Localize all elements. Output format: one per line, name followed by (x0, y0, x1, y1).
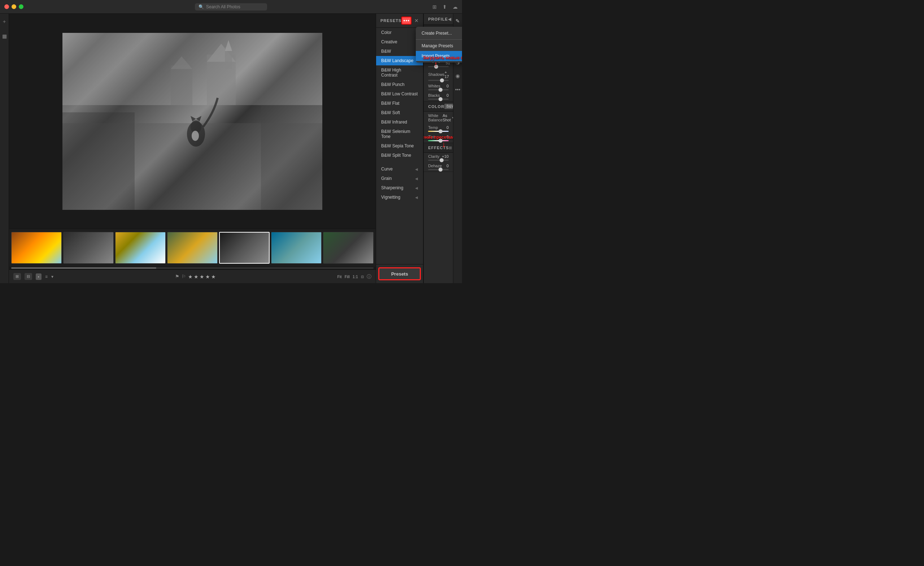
dehaze-thumb[interactable] (438, 168, 442, 172)
sort-dropdown[interactable]: ▾ (51, 274, 53, 279)
star-rating[interactable]: ★ ★ ★ ★ ★ (188, 274, 216, 280)
minimize-button[interactable] (12, 5, 16, 9)
preset-group-vignetting[interactable]: Vignetting ◀ (376, 193, 423, 202)
clarity-track[interactable] (428, 160, 448, 161)
main-photo (63, 33, 322, 210)
preset-bw-punch[interactable]: B&W Punch (376, 80, 423, 89)
star-2[interactable]: ★ (194, 274, 198, 280)
share-icon[interactable]: ⬆ (442, 4, 447, 10)
shadows-thumb[interactable] (440, 78, 444, 82)
blacks-thumb[interactable] (438, 97, 442, 101)
preset-sharpening-arrow: ◀ (415, 186, 418, 190)
title-icons-right: ⊞ ⬆ ☁ (432, 4, 458, 10)
detail-view-btn[interactable]: ▪ (36, 273, 42, 280)
sort-icon[interactable]: ≡ (45, 274, 48, 279)
zoom-label[interactable]: 1:1 (352, 274, 358, 279)
dehaze-track[interactable] (428, 169, 448, 170)
flag-icon2[interactable]: ⚐ (182, 274, 186, 279)
profile-title: PROFILE (428, 17, 448, 21)
presets-list: Color Creative B&W B&W Landscape B&W Hig… (376, 28, 423, 264)
star-3[interactable]: ★ (200, 274, 204, 280)
star-1[interactable]: ★ (188, 274, 193, 280)
search-icon: 🔍 (198, 5, 204, 9)
temp-track[interactable] (428, 131, 448, 132)
bw-badge: B&W (444, 104, 453, 109)
flag-icon[interactable]: ⚑ (175, 274, 179, 279)
filmstrip-thumb-3[interactable] (115, 232, 166, 264)
preset-grain-label: Grain (381, 176, 392, 181)
bottom-bar: ⊞ ⊟ ▪ ≡ ▾ ⚑ ⚐ ★ ★ ★ ★ ★ Fit Fill (9, 269, 376, 283)
presets-bottom-button[interactable]: Presets (378, 267, 421, 280)
more-icon[interactable]: ••• (453, 85, 462, 94)
preset-bw-split[interactable]: B&W Split Tone (376, 151, 423, 160)
create-preset-item[interactable]: Create Preset... (416, 28, 462, 38)
preset-bw-low-contrast[interactable]: B&W Low Contrast (376, 89, 423, 99)
preset-bw-sepia[interactable]: B&W Sepia Tone (376, 141, 423, 151)
filmstrip-thumb-4[interactable] (167, 232, 218, 264)
preset-bw-high-contrast[interactable]: B&W High Contrast (376, 65, 423, 80)
temp-slider-row: Temp 0 (424, 124, 453, 133)
import-presets-item[interactable]: Import Presets... (416, 51, 462, 61)
fit-label[interactable]: Fit (337, 274, 342, 279)
list-view-btn[interactable]: ⊟ (24, 273, 32, 280)
temp-thumb[interactable] (438, 129, 442, 133)
clarity-thumb[interactable] (440, 158, 444, 162)
preset-group-curve[interactable]: Curve ◀ (376, 164, 423, 174)
search-bar[interactable]: 🔍 Search All Photos (195, 3, 267, 11)
presets-close-button[interactable]: ✕ (414, 18, 418, 24)
maximize-button[interactable] (19, 5, 24, 9)
svg-rect-5 (171, 65, 192, 105)
star-4[interactable]: ★ (206, 274, 210, 280)
left-sidebar: ＋ ▦ (0, 14, 9, 283)
preset-group-grain[interactable]: Grain ◀ (376, 174, 423, 183)
grid-view-btn[interactable]: ⊞ (14, 273, 21, 280)
effects-icon[interactable]: ⊞ (448, 146, 452, 150)
filmstrip-thumb-6[interactable] (271, 232, 322, 264)
wb-value-text[interactable]: As Shot (442, 113, 451, 122)
tint-thumb[interactable] (438, 139, 442, 143)
whites-track[interactable] (428, 89, 448, 90)
shadows-track[interactable] (428, 80, 448, 81)
close-button[interactable] (4, 5, 9, 9)
bottom-left: ⊞ ⊟ ▪ ≡ ▾ (14, 273, 53, 280)
blacks-label: Blacks (428, 93, 440, 98)
effects-title: EFFECTS (428, 146, 448, 150)
preset-bw-flat[interactable]: B&W Flat (376, 99, 423, 108)
preset-bw-soft[interactable]: B&W Soft (376, 108, 423, 117)
whites-thumb[interactable] (438, 88, 442, 92)
cloud-icon[interactable]: ☁ (453, 4, 458, 10)
highlights-track[interactable] (428, 66, 448, 67)
dehaze-value: 0 (447, 164, 448, 168)
info-icon[interactable]: ⓘ (367, 273, 371, 280)
star-5[interactable]: ★ (211, 274, 216, 280)
profile-collapse-icon[interactable]: ◀ (448, 17, 451, 22)
wb-row: White Balance As Shot ▾ ✏ (424, 111, 453, 124)
spot-icon[interactable]: ◉ (453, 72, 462, 80)
fill-label[interactable]: Fill (345, 274, 350, 279)
blacks-track[interactable] (428, 99, 448, 100)
compare-icon[interactable]: ⧈ (361, 274, 364, 280)
preset-group-sharpening[interactable]: Sharpening ◀ (376, 183, 423, 193)
edit-icon[interactable]: ✎ (453, 17, 462, 25)
manage-presets-item[interactable]: Manage Presets (416, 41, 462, 51)
color-section-header: COLOR B&W ○ ▾ (424, 101, 453, 111)
filmstrip-thumb-1[interactable] (11, 232, 62, 264)
highlights-thumb[interactable] (434, 65, 438, 69)
filmstrip-scrollbar[interactable] (11, 267, 374, 269)
add-icon[interactable]: ＋ (0, 17, 9, 26)
effects-section-header: EFFECTS ⊞ ▾ (424, 143, 453, 153)
filmstrip-thumb-7[interactable] (323, 232, 374, 264)
filter-icon[interactable]: ⊞ (432, 4, 437, 10)
preset-bw-selenium[interactable]: B&W Selenium Tone (376, 127, 423, 141)
preset-grain-arrow: ◀ (415, 177, 418, 181)
tint-track[interactable] (428, 140, 448, 141)
grid-icon[interactable]: ▦ (0, 32, 9, 41)
preset-bw-infrared[interactable]: B&W Infrared (376, 117, 423, 127)
presets-dots-button[interactable]: ••• (401, 17, 411, 24)
clarity-value: +10 (442, 154, 448, 158)
whites-value: 0 (447, 84, 448, 88)
filmstrip-thumb-2[interactable] (63, 232, 114, 264)
traffic-lights (4, 5, 24, 9)
filmstrip-thumb-5[interactable] (219, 232, 270, 264)
preset-curve-arrow: ◀ (415, 167, 418, 171)
